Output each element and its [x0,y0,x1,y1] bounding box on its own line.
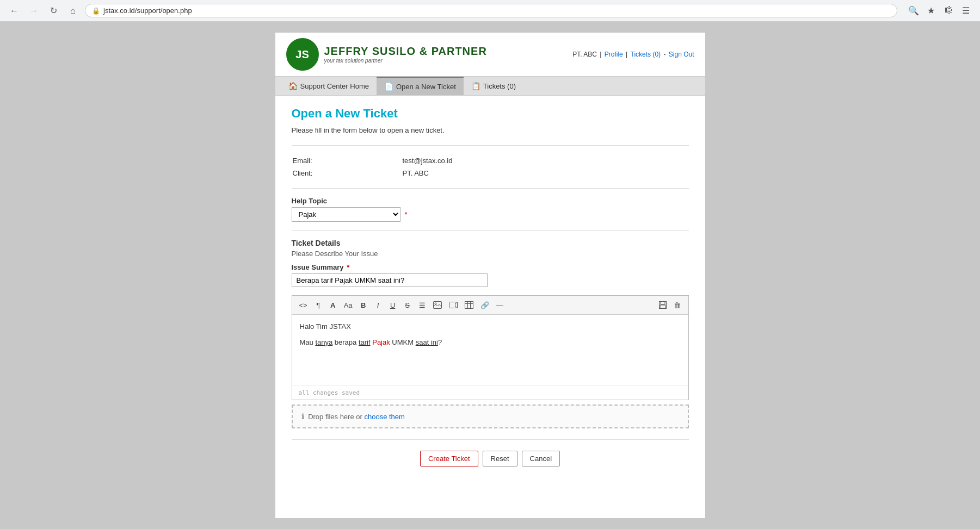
lock-icon: 🔒 [92,7,100,15]
divider-1 [292,145,689,146]
client-row: Client: PT. ABC [293,167,688,179]
email-row: Email: test@jstax.co.id [293,155,688,166]
toolbar-hr-btn[interactable]: — [494,298,507,312]
editor-toolbar: <> ¶ A Aa B I U S ☰ [292,296,688,315]
divider-3 [292,230,689,231]
form-actions: Create Ticket Reset Cancel [292,439,689,472]
separator2: | [626,51,629,58]
logo-circle: JS [286,38,319,71]
issue-summary-label: Issue Summary * [292,263,689,271]
editor-line-2: Mau tanya berapa tarif Pajak UMKM saat i… [300,337,681,348]
company-name: JEFFRY SUSILO & PARTNER [324,45,487,58]
toolbar-bold-btn[interactable]: B [357,298,370,312]
help-topic-required: * [405,210,408,219]
nav-tickets-label: Tickets (0) [483,82,516,90]
address-bar[interactable]: 🔒 jstax.co.id/support/open.php [85,4,897,17]
image-icon [433,301,442,309]
file-drop-area[interactable]: ℹ Drop files here or choose them [292,404,689,428]
svg-rect-0 [433,302,441,309]
tickets-link[interactable]: Tickets (0) [631,51,661,58]
help-topic-select[interactable]: Pajak Akuntansi Umum [292,207,400,222]
table-icon [465,301,473,309]
nav-tickets[interactable]: 📋 Tickets (0) [464,77,523,95]
cancel-button[interactable]: Cancel [522,451,560,466]
svg-rect-3 [465,302,473,309]
bookmark-button[interactable]: ★ [923,3,939,18]
nav-open-ticket-label: Open a New Ticket [396,83,456,91]
ticket-details-subtitle: Please Describe Your Issue [292,250,689,258]
client-value: PT. ABC [403,167,688,179]
browser-actions: 🔍 ★ 🨖 ☰ [906,3,973,18]
rich-text-editor: <> ¶ A Aa B I U S ☰ [292,295,689,400]
reload-button[interactable]: ↻ [46,3,61,18]
search-browser-button[interactable]: 🔍 [906,3,921,18]
email-label: Email: [293,155,402,166]
toolbar-video-btn[interactable] [446,298,460,312]
nav-support-center-label: Support Center Home [300,82,369,90]
editor-body[interactable]: Halo Tim JSTAX Mau tanya berapa tarif Pa… [292,315,688,385]
logo-text-area: JEFFRY SUSILO & PARTNER your tax solutio… [324,45,487,64]
site-nav: 🏠 Support Center Home 📄 Open a New Ticke… [275,76,705,96]
toolbar-underline-btn[interactable]: U [386,298,399,312]
browser-chrome: ← → ↻ ⌂ 🔒 jstax.co.id/support/open.php 🔍… [0,0,980,22]
separator3: - [663,51,667,58]
extensions-button[interactable]: 🨖 [941,3,956,18]
home-button[interactable]: ⌂ [65,3,81,18]
toolbar-delete-btn[interactable]: 🗑 [671,298,684,312]
svg-rect-2 [449,302,455,308]
editor-footer: all changes saved [292,385,688,400]
tickets-nav-icon: 📋 [471,82,480,90]
svg-point-1 [435,303,436,304]
help-topic-label: Help Topic [292,197,689,205]
toolbar-strikethrough-btn[interactable]: S [401,298,414,312]
logo-initials: JS [295,48,309,61]
toolbar-link-btn[interactable]: 🔗 [478,298,492,312]
email-value: test@jstax.co.id [403,155,688,166]
user-client-label: PT. ABC [572,51,597,58]
menu-button[interactable]: ☰ [958,3,973,18]
page-title: Open a New Ticket [292,107,689,121]
toolbar-italic-btn[interactable]: I [372,298,385,312]
video-icon [449,302,458,308]
issue-summary-input[interactable] [292,273,488,287]
nav-support-center[interactable]: 🏠 Support Center Home [281,77,377,95]
toolbar-paragraph-btn[interactable]: ¶ [312,298,325,312]
header-user-info: PT. ABC | Profile | Tickets (0) - Sign O… [572,51,694,58]
issue-summary-required: * [345,263,350,271]
choose-files-link[interactable]: choose them [364,413,404,421]
forward-button[interactable]: → [26,3,41,18]
create-ticket-button[interactable]: Create Ticket [420,451,478,466]
client-label: Client: [293,167,402,179]
toolbar-save-btn[interactable] [656,298,669,312]
toolbar-font-color-btn[interactable]: A [326,298,340,312]
ticket-details-section: Ticket Details Please Describe Your Issu… [292,239,689,428]
main-content: Open a New Ticket Please fill in the for… [275,96,705,488]
save-icon [659,301,667,309]
toolbar-font-size-btn[interactable]: Aa [341,298,355,312]
divider-2 [292,188,689,189]
back-button[interactable]: ← [7,3,22,18]
svg-rect-9 [660,305,665,308]
profile-link[interactable]: Profile [605,51,623,58]
toolbar-image-btn[interactable] [430,298,445,312]
toolbar-code-btn[interactable]: <> [297,298,310,312]
ticket-details-title: Ticket Details [292,239,689,247]
nav-open-ticket[interactable]: 📄 Open a New Ticket [377,77,464,95]
file-drop-text: Drop files here or [308,413,364,421]
toolbar-list-btn[interactable]: ☰ [416,298,429,312]
issue-summary-group: Issue Summary * [292,263,689,287]
page-subtitle: Please fill in the form below to open a … [292,126,689,134]
home-nav-icon: 🏠 [288,82,298,90]
url-text: jstax.co.id/support/open.php [103,7,192,15]
reset-button[interactable]: Reset [483,451,517,466]
logo-area: JS JEFFRY SUSILO & PARTNER your tax solu… [286,38,487,71]
ticket-nav-icon: 📄 [384,82,393,91]
help-topic-group: Help Topic Pajak Akuntansi Umum * [292,197,689,222]
editor-line-1: Halo Tim JSTAX [300,321,681,333]
company-tagline: your tax solution partner [324,58,487,64]
separator1: | [600,51,603,58]
svg-rect-8 [661,302,665,304]
signout-link[interactable]: Sign Out [669,51,694,58]
toolbar-table-btn[interactable] [462,298,476,312]
user-info-table: Email: test@jstax.co.id Client: PT. ABC [292,154,689,180]
